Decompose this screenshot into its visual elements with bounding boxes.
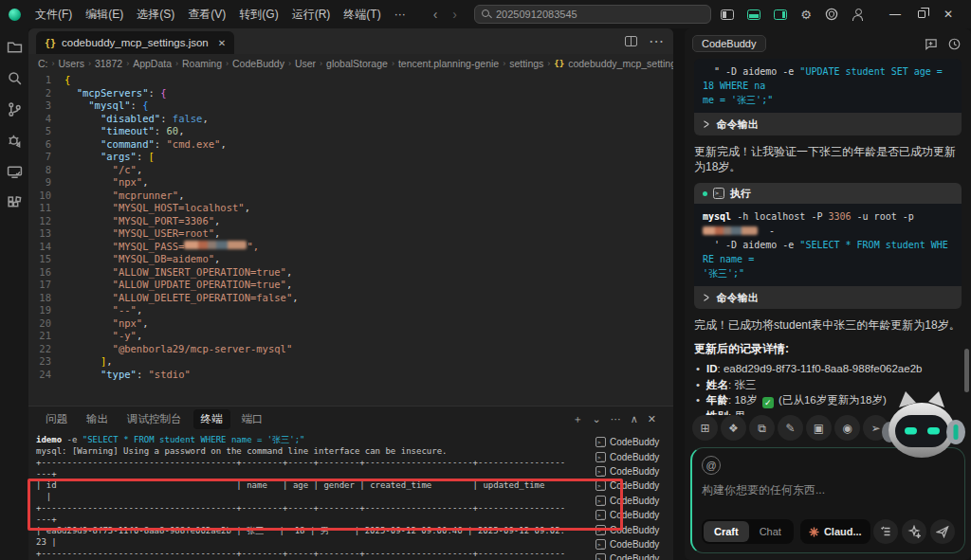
command-output-toggle-1[interactable]: > 命令输出 — [694, 113, 962, 135]
mode-chat[interactable]: Chat — [749, 521, 792, 542]
chat-scrollbar[interactable] — [964, 349, 969, 392]
breadcrumb-item[interactable]: 31872 — [95, 58, 122, 69]
menu-item[interactable]: 编辑(E) — [79, 4, 130, 25]
record-field-label: 年龄 — [706, 394, 728, 406]
history-icon[interactable] — [947, 37, 962, 51]
menu-item[interactable]: 选择(S) — [130, 4, 181, 25]
checklist-icon[interactable] — [873, 519, 898, 544]
extensions-icon[interactable] — [6, 194, 23, 211]
panel-tab-调试控制台[interactable]: 调试控制台 — [119, 409, 190, 429]
menu-item[interactable]: 文件(F) — [28, 4, 79, 25]
new-terminal-icon[interactable]: ＋ — [573, 412, 583, 426]
chat-tab[interactable]: CodeBuddy — [692, 35, 766, 52]
terminal-list-label: CodeBuddy — [610, 496, 659, 506]
menu-item[interactable]: 查看(V) — [181, 4, 232, 25]
breadcrumb-item[interactable]: CodeBuddy — [232, 58, 284, 69]
line-number: 16 — [28, 266, 64, 280]
pen-icon[interactable]: ✎ — [778, 415, 803, 441]
command-output-toggle-2[interactable]: > 命令输出 — [694, 286, 962, 309]
code-line: | ea8d29d9-8f73-11f0-8aa8-988fe062ae2b |… — [36, 525, 590, 536]
tab-title: codebuddy_mcp_settings.json — [62, 37, 209, 48]
editor-more-icon[interactable]: ⋯ — [649, 32, 664, 50]
terminal-list-item[interactable]: >_CodeBuddy — [590, 464, 673, 479]
mode-switch: Craft Chat — [702, 519, 794, 544]
tab-close-icon[interactable]: ✕ — [218, 38, 226, 48]
breadcrumb-item[interactable]: User — [295, 58, 316, 69]
code-line: 12 "MYSQL_PORT=3306", — [28, 215, 673, 228]
panel-tab-问题[interactable]: 问题 — [38, 409, 75, 429]
code-line: 2 "mcpServers": { — [28, 87, 673, 100]
back-icon[interactable]: ‹ — [433, 7, 438, 22]
run-debug-icon[interactable] — [6, 132, 23, 149]
toggle-sidebar-icon[interactable] — [721, 9, 734, 20]
terminal-list-item[interactable]: >_CodeBuddy — [590, 494, 673, 508]
record-field-note: (已从16岁更新为18岁) — [776, 394, 887, 406]
breadcrumb-item[interactable]: codebuddy_mcp_settings.json — [568, 58, 673, 69]
code-editor[interactable]: 1{2 "mcpServers": {3 "mysql": {4 "disabl… — [28, 72, 673, 406]
sparkle-icon[interactable] — [902, 519, 926, 544]
close-window-icon[interactable]: ✕ — [935, 8, 962, 21]
account-icon[interactable] — [852, 9, 863, 20]
panel-tab-端口[interactable]: 端口 — [234, 409, 271, 429]
terminal-list-item[interactable]: >_CodeBuddy — [590, 522, 673, 536]
terminal-output[interactable]: idemo -e "SELECT * FROM student WHERE na… — [28, 431, 590, 560]
mode-craft[interactable]: Craft — [704, 521, 749, 542]
breadcrumb-item[interactable]: C: — [38, 58, 48, 69]
search-box[interactable] — [474, 5, 711, 24]
tab-codebuddy-mcp-settings[interactable]: {} codebuddy_mcp_settings.json ✕ — [36, 31, 234, 54]
restore-icon[interactable] — [908, 10, 935, 18]
panel-tab-输出[interactable]: 输出 — [79, 409, 116, 429]
terminal-dropdown-icon[interactable]: ⌄ — [593, 413, 601, 425]
layout-icon[interactable]: ⧉ — [749, 415, 775, 441]
mention-icon[interactable]: @ — [702, 456, 721, 475]
breadcrumb-item[interactable]: settings — [509, 58, 543, 69]
model-selector[interactable]: Claud... — [800, 519, 870, 544]
terminal-list-label: CodeBuddy — [610, 525, 659, 535]
exec-header[interactable]: >_ 执行 — [694, 183, 962, 204]
send-icon[interactable] — [930, 519, 955, 544]
new-chat-icon[interactable] — [924, 37, 938, 51]
terminal-list-item[interactable]: >_CodeBuddy — [590, 508, 673, 522]
eye-icon[interactable]: ◉ — [834, 415, 860, 441]
workflow-icon[interactable]: ❖ — [721, 415, 746, 441]
panel-more-icon[interactable]: ⋯ — [611, 413, 621, 425]
remote-explorer-icon[interactable] — [6, 163, 23, 180]
forward-icon[interactable]: › — [452, 7, 457, 22]
source-control-icon[interactable] — [6, 100, 23, 117]
image-icon[interactable]: ▣ — [806, 415, 832, 441]
grid-icon[interactable]: ⊞ — [692, 415, 718, 441]
breadcrumb-item[interactable]: AppData — [133, 58, 172, 69]
line-number: 1 — [28, 74, 64, 87]
terminal-list-item[interactable]: >_CodeBuddy — [590, 479, 673, 493]
explorer-icon[interactable] — [6, 38, 23, 55]
breadcrumb-item[interactable]: globalStorage — [326, 58, 388, 69]
code-line: 24 "type": "stdio" — [28, 369, 673, 382]
toggle-panel-icon[interactable] — [747, 9, 760, 20]
search-input[interactable] — [496, 9, 704, 20]
menu-item[interactable]: 终端(T) — [337, 4, 387, 25]
menu-more[interactable]: ··· — [388, 4, 412, 25]
search-sidebar-icon[interactable] — [6, 69, 23, 86]
split-editor-icon[interactable] — [625, 36, 637, 46]
terminal-list-item[interactable]: >_CodeBuddy — [590, 551, 673, 560]
panel-tab-终端[interactable]: 终端 — [193, 409, 230, 429]
terminal-list-item[interactable]: >_CodeBuddy — [590, 435, 673, 449]
line-number: 19 — [28, 304, 64, 317]
minimize-icon[interactable]: — — [882, 8, 908, 21]
maximize-panel-icon[interactable]: ∧ — [631, 413, 638, 425]
menu-item[interactable]: 运行(R) — [285, 4, 338, 25]
code-line: 11 "MYSQL_HOST=localhost", — [28, 202, 673, 215]
breadcrumb-item[interactable]: Roaming — [182, 58, 222, 69]
toggle-secondary-sidebar-icon[interactable] — [774, 9, 787, 20]
breadcrumb-item[interactable]: tencent.planning-genie — [398, 58, 499, 69]
chat-messages[interactable]: " -D aidemo -e "UPDATE student SET age =… — [685, 57, 971, 415]
close-panel-icon[interactable]: ✕ — [648, 413, 656, 425]
chat-input-placeholder[interactable]: 构建你想要的任何东西... — [702, 482, 955, 498]
code-line: 16 "ALLOW_INSERT_OPERATION=true", — [28, 266, 673, 280]
breadcrumb-item[interactable]: Users — [59, 58, 84, 69]
settings-gear-icon[interactable]: ⚙ — [800, 9, 812, 21]
menu-item[interactable]: 转到(G) — [232, 4, 284, 25]
terminal-list-item[interactable]: >_CodeBuddy — [590, 537, 673, 551]
terminal-list-item[interactable]: >_CodeBuddy — [590, 449, 673, 463]
shield-icon[interactable] — [825, 8, 838, 21]
